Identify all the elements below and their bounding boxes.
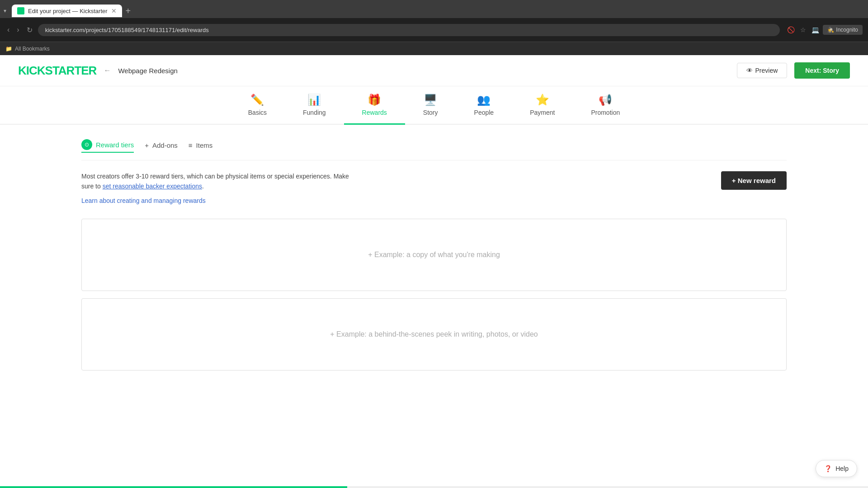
- main-content: ⊙ Reward tiers + Add-ons ≡ Items Most cr…: [0, 125, 868, 392]
- tab-favicon: [17, 7, 24, 14]
- preview-button[interactable]: 👁 Preview: [737, 63, 788, 78]
- incognito-button[interactable]: 🕵 Incognito: [823, 25, 863, 35]
- device-icon[interactable]: 💻: [811, 26, 819, 33]
- description-area: Most creators offer 3-10 reward tiers, w…: [81, 171, 787, 204]
- tab-label: Edit your project — Kickstarter: [28, 8, 108, 14]
- camera-off-icon[interactable]: 🚫: [787, 26, 795, 33]
- description-text: Most creators offer 3-10 reward tiers, w…: [81, 171, 353, 192]
- tab-close-icon[interactable]: ✕: [111, 7, 117, 14]
- browser-chrome: ▾ Edit your project — Kickstarter ✕ + ‹ …: [0, 0, 868, 55]
- items-prefix: ≡: [189, 141, 193, 149]
- reload-button[interactable]: ↻: [25, 24, 34, 36]
- tab-promotion[interactable]: 📢 Promotion: [573, 86, 638, 125]
- project-name: Webpage Redesign: [118, 67, 177, 75]
- header-left: KICKSTARTER ← Webpage Redesign: [18, 64, 178, 78]
- toolbar-icons: 🚫 ☆ 💻: [787, 26, 819, 33]
- forward-button[interactable]: ›: [15, 24, 21, 36]
- bookmarks-bar: 📁 All Bookmarks: [0, 42, 868, 55]
- incognito-icon: 🕵: [827, 27, 834, 33]
- header-right: 👁 Preview Next: Story: [737, 62, 850, 79]
- tab-people[interactable]: 👥 People: [456, 86, 512, 125]
- sub-nav: ⊙ Reward tiers + Add-ons ≡ Items: [81, 139, 787, 160]
- active-tab[interactable]: Edit your project — Kickstarter ✕: [12, 5, 122, 17]
- tab-rewards[interactable]: 🎁 Rewards: [344, 86, 405, 125]
- basics-label: Basics: [248, 109, 267, 116]
- add-ons-label: Add-ons: [152, 141, 178, 149]
- incognito-label: Incognito: [836, 27, 858, 33]
- backer-expectations-link[interactable]: set reasonable backer expectations: [103, 183, 202, 190]
- tab-payment[interactable]: ⭐ Payment: [512, 86, 573, 125]
- page: KICKSTARTER ← Webpage Redesign 👁 Preview…: [0, 55, 868, 434]
- address-input[interactable]: [38, 24, 780, 36]
- bookmarks-folder-icon: 📁: [5, 46, 12, 52]
- address-bar: ‹ › ↻ 🚫 ☆ 💻 🕵 Incognito: [0, 18, 868, 42]
- reward-card-2[interactable]: + Example: a behind-the-scenes peek in w…: [81, 298, 787, 371]
- tab-story[interactable]: 🖥️ Story: [405, 86, 456, 125]
- next-button[interactable]: Next: Story: [794, 62, 850, 79]
- kickstarter-logo: KICKSTARTER: [18, 64, 96, 78]
- preview-label: Preview: [755, 67, 778, 74]
- reward-tiers-icon: ⊙: [81, 139, 92, 150]
- sub-nav-items[interactable]: ≡ Items: [189, 141, 212, 151]
- preview-icon: 👁: [746, 67, 753, 74]
- promotion-label: Promotion: [591, 109, 620, 116]
- tab-dropdown-icon[interactable]: ▾: [4, 8, 6, 14]
- reward-card-1[interactable]: + Example: a copy of what you're making: [81, 219, 787, 291]
- tab-bar: ▾ Edit your project — Kickstarter ✕ +: [0, 0, 868, 18]
- people-icon: 👥: [477, 94, 491, 106]
- sub-nav-reward-tiers[interactable]: ⊙ Reward tiers: [81, 139, 134, 153]
- rewards-icon: 🎁: [368, 94, 381, 106]
- page-header: KICKSTARTER ← Webpage Redesign 👁 Preview…: [0, 55, 868, 86]
- back-button[interactable]: ‹: [5, 24, 11, 36]
- rewards-label: Rewards: [362, 109, 387, 116]
- reward-card-1-label: + Example: a copy of what you're making: [368, 251, 500, 259]
- learn-link[interactable]: Learn about creating and managing reward…: [81, 197, 353, 204]
- tab-basics[interactable]: ✏️ Basics: [230, 86, 285, 125]
- new-reward-button[interactable]: + New reward: [721, 171, 787, 190]
- reward-tiers-label: Reward tiers: [96, 141, 134, 149]
- payment-label: Payment: [530, 109, 555, 116]
- story-label: Story: [423, 109, 438, 116]
- promotion-icon: 📢: [599, 94, 612, 106]
- funding-icon: 📊: [307, 94, 321, 106]
- breadcrumb-separator: ←: [104, 66, 111, 75]
- add-ons-prefix: +: [145, 141, 149, 149]
- items-label: Items: [196, 141, 213, 149]
- tab-funding[interactable]: 📊 Funding: [285, 86, 344, 125]
- sub-nav-add-ons[interactable]: + Add-ons: [145, 141, 178, 151]
- payment-icon: ⭐: [536, 94, 549, 106]
- nav-tabs: ✏️ Basics 📊 Funding 🎁 Rewards 🖥️ Story 👥…: [0, 86, 868, 125]
- new-tab-button[interactable]: +: [124, 6, 133, 16]
- people-label: People: [474, 109, 494, 116]
- story-icon: 🖥️: [424, 94, 437, 106]
- bookmarks-label: All Bookmarks: [15, 46, 50, 52]
- funding-label: Funding: [303, 109, 326, 116]
- basics-icon: ✏️: [250, 94, 264, 106]
- description-block: Most creators offer 3-10 reward tiers, w…: [81, 171, 353, 204]
- reward-card-2-label: + Example: a behind-the-scenes peek in w…: [330, 330, 538, 338]
- bookmark-icon[interactable]: ☆: [800, 26, 806, 33]
